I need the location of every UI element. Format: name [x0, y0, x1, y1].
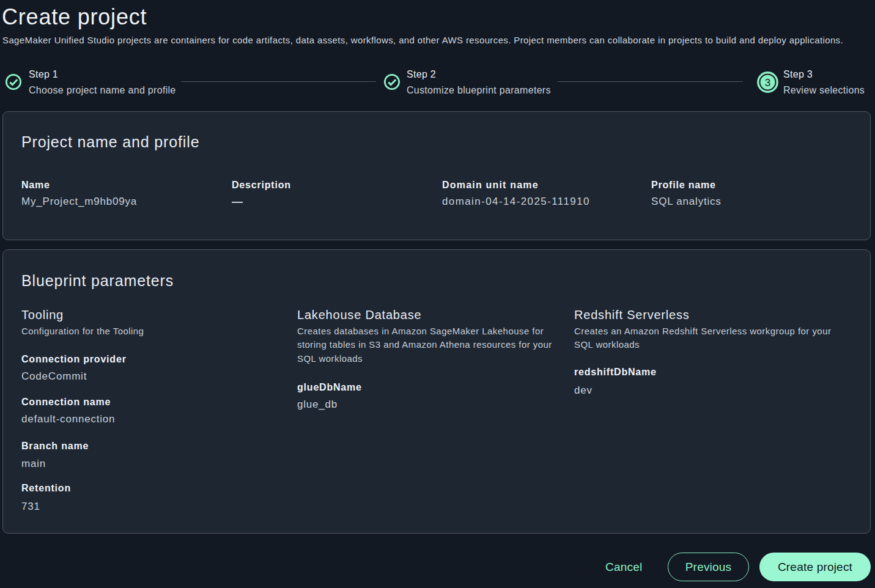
svg-text:3: 3 [765, 77, 770, 89]
